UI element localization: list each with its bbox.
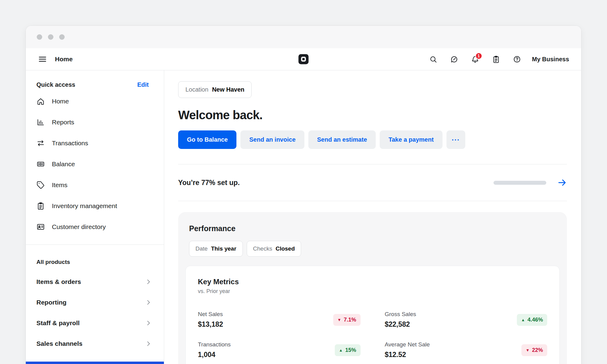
reports-icon — [36, 118, 45, 126]
search-icon[interactable] — [429, 55, 437, 63]
metric-label: Average Net Sale — [385, 341, 430, 348]
sidebar: Quick access Edit Home Reports Transacti… — [26, 70, 164, 364]
quick-access-edit-link[interactable]: Edit — [137, 81, 149, 88]
performance-card: Performance Date This year Checks Closed… — [178, 212, 567, 364]
key-metrics-card: Key Metrics vs. Prior year Net Sales $13… — [185, 266, 560, 364]
trend-down-icon: ▼ — [337, 318, 341, 322]
metric-gross-sales: Gross Sales $22,582 ▲ 4.46% — [385, 311, 548, 329]
trend-down-icon: ▼ — [526, 348, 530, 352]
account-menu[interactable]: My Business — [532, 56, 569, 63]
setup-progress-text: You’re 77% set up. — [178, 179, 240, 187]
divider — [178, 201, 567, 201]
sidebar-item-reporting[interactable]: Reporting — [36, 292, 155, 313]
window-minimize-dot[interactable] — [48, 34, 53, 40]
metric-net-sales: Net Sales $13,182 ▼ 7.1% — [198, 311, 361, 329]
tasks-icon[interactable] — [492, 55, 500, 63]
trend-badge: ▼ 7.1% — [333, 314, 361, 326]
main-content: Location New Haven Welcome back. Go to B… — [164, 70, 581, 364]
sidebar-item-transactions[interactable]: Transactions — [36, 133, 155, 153]
key-metrics-title: Key Metrics — [198, 278, 547, 286]
sidebar-divider — [26, 244, 164, 245]
quick-access-title: Quick access — [36, 81, 75, 88]
metric-value: $12.52 — [385, 351, 430, 359]
trend-change: 7.1% — [344, 317, 356, 323]
sidebar-item-label: Balance — [52, 160, 75, 168]
sidebar-item-label: Home — [52, 98, 69, 105]
welcome-heading: Welcome back. — [178, 108, 567, 122]
notification-count-badge: 1 — [475, 52, 482, 59]
trend-change: 22% — [532, 347, 543, 353]
sidebar-item-label: Transactions — [52, 140, 88, 147]
take-payment-button[interactable]: Take a payment — [380, 130, 443, 149]
metric-label: Transactions — [198, 341, 231, 348]
menu-icon[interactable] — [38, 55, 47, 64]
sidebar-item-customers[interactable]: Customer directory — [36, 216, 155, 237]
sidebar-item-label: Inventory management — [52, 202, 117, 210]
arrow-right-icon[interactable] — [557, 178, 567, 187]
window-zoom-dot[interactable] — [59, 34, 65, 40]
sidebar-item-balance[interactable]: Balance — [36, 153, 155, 174]
app-header: Home 1 — [26, 48, 581, 70]
send-invoice-button[interactable]: Send an invoice — [240, 130, 304, 149]
tag-icon — [36, 181, 45, 189]
metric-value: 1,004 — [198, 351, 231, 359]
home-icon — [36, 97, 45, 106]
chip-value: Closed — [276, 245, 295, 252]
trend-change: 15% — [345, 347, 356, 353]
location-selector[interactable]: Location New Haven — [178, 81, 252, 98]
page-title: Home — [55, 56, 73, 63]
sidebar-item-sales-channels[interactable]: Sales channels — [36, 333, 155, 354]
chip-label: Date — [195, 245, 208, 252]
sidebar-item-label: Items & orders — [36, 278, 81, 285]
metric-transactions: Transactions 1,004 ▲ 15% — [198, 341, 361, 359]
metric-label: Net Sales — [198, 311, 223, 318]
sidebar-item-inventory[interactable]: Inventory management — [36, 195, 155, 216]
sidebar-item-staff-payroll[interactable]: Staff & payroll — [36, 313, 155, 333]
sidebar-item-label: Items — [52, 181, 67, 189]
sidebar-item-home[interactable]: Home — [36, 91, 155, 112]
location-value: New Haven — [212, 86, 245, 93]
trend-up-icon: ▲ — [339, 348, 343, 352]
balance-icon — [36, 160, 45, 168]
trend-up-icon: ▲ — [521, 318, 525, 322]
help-icon[interactable] — [513, 55, 521, 63]
sidebar-item-items[interactable]: Items — [36, 174, 155, 195]
contact-card-icon — [36, 223, 45, 231]
sidebar-item-items-orders[interactable]: Items & orders — [36, 271, 155, 292]
window-titlebar — [26, 26, 581, 48]
location-label: Location — [185, 86, 209, 93]
sidebar-item-label: Reporting — [36, 299, 66, 306]
date-filter-chip[interactable]: Date This year — [189, 241, 243, 257]
sidebar-item-label: Sales channels — [36, 340, 83, 347]
metric-average-net-sale: Average Net Sale $12.52 ▼ 22% — [385, 341, 548, 359]
chip-value: This year — [211, 245, 236, 252]
trend-change: 4.46% — [527, 317, 543, 323]
app-window: Home 1 — [26, 26, 581, 364]
chevron-right-icon — [145, 340, 152, 347]
more-actions-button[interactable]: ··· — [446, 130, 465, 149]
quick-actions: Go to Balance Send an invoice Send an es… — [178, 130, 567, 149]
metric-value: $22,582 — [385, 320, 416, 329]
trend-badge: ▼ 22% — [521, 344, 547, 356]
setup-progress-bar — [493, 181, 546, 185]
metric-label: Gross Sales — [385, 311, 416, 318]
send-estimate-button[interactable]: Send an estimate — [308, 130, 376, 149]
trend-badge: ▲ 4.46% — [517, 314, 547, 326]
sidebar-item-label: Customer directory — [52, 223, 106, 231]
checks-filter-chip[interactable]: Checks Closed — [247, 241, 301, 257]
sidebar-item-reports[interactable]: Reports — [36, 112, 155, 133]
chevron-right-icon — [145, 320, 152, 326]
transactions-icon — [36, 139, 45, 147]
sidebar-bottom-banner[interactable] — [26, 362, 164, 364]
setup-progress-row: You’re 77% set up. — [178, 164, 567, 201]
sidebar-item-label: Staff & payroll — [36, 319, 80, 327]
trend-badge: ▲ 15% — [335, 344, 361, 356]
chip-label: Checks — [253, 245, 272, 252]
square-logo[interactable] — [298, 53, 309, 65]
sidebar-item-label: Reports — [52, 119, 74, 126]
key-metrics-subtitle: vs. Prior year — [198, 288, 547, 295]
messages-icon[interactable] — [450, 55, 458, 63]
metric-value: $13,182 — [198, 320, 223, 329]
go-to-balance-button[interactable]: Go to Balance — [178, 130, 236, 149]
window-close-dot[interactable] — [37, 34, 42, 40]
